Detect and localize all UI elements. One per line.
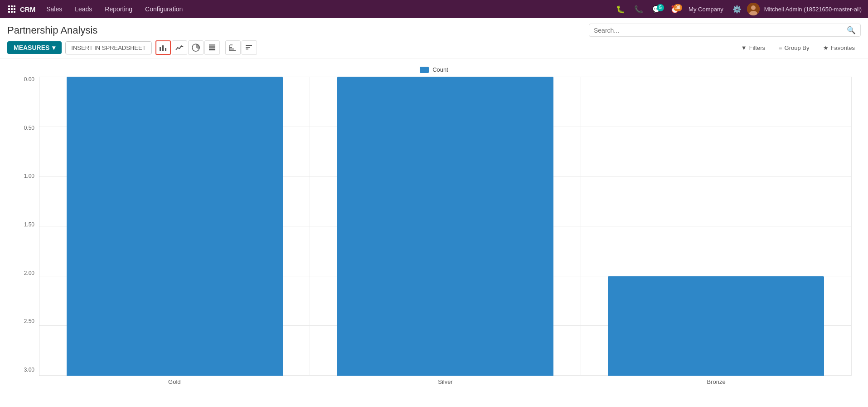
chart-inner: 3.00 2.50 2.00 1.50 1.00 0.50 0.00 — [16, 77, 852, 385]
insert-spreadsheet-button[interactable]: INSERT IN SPREADSHEET — [65, 41, 151, 54]
filters-button[interactable]: ▼ Filters — [735, 41, 771, 54]
grid-icon — [8, 5, 15, 13]
nav-leads[interactable]: Leads — [68, 0, 98, 18]
groupby-icon: ≡ — [779, 44, 782, 51]
page-title: Partnership Analysis — [7, 25, 97, 36]
brand-name: CRM — [20, 5, 35, 13]
debug-icon-btn[interactable]: 🐛 — [612, 3, 629, 15]
x-label-bronze: Bronze — [581, 376, 852, 385]
svg-rect-5 — [165, 48, 166, 51]
nav-right: 🐛 📞 💬 5 ⏰ 38 My Company ⚙️ Mitchell Admi… — [612, 3, 864, 15]
bar-chart-button[interactable] — [155, 40, 171, 55]
nav-sales[interactable]: Sales — [40, 0, 68, 18]
chart-body: Gold Silver Bronze — [39, 77, 852, 385]
chart-col-silver — [310, 77, 581, 376]
toolbar: MEASURES ▾ INSERT IN SPREADSHEET ▼ — [0, 37, 868, 59]
y-label-6: 3.00 — [16, 367, 34, 373]
bar-silver[interactable] — [337, 77, 553, 376]
svg-rect-4 — [162, 45, 164, 51]
user-name[interactable]: Mitchell Admin (18521650-master-all) — [761, 6, 864, 13]
favorites-button[interactable]: ★ Favorites — [817, 41, 861, 54]
company-name[interactable]: My Company — [685, 6, 727, 13]
bar-gold[interactable] — [67, 77, 283, 376]
chart-columns — [39, 77, 852, 376]
y-label-2: 1.00 — [16, 173, 34, 179]
filter-buttons: ▼ Filters ≡ Group By ★ Favorites — [735, 41, 861, 54]
settings-icon-btn[interactable]: ⚙️ — [729, 3, 745, 15]
measures-button[interactable]: MEASURES ▾ — [7, 41, 62, 54]
sort-desc-button[interactable] — [242, 40, 257, 55]
search-bar[interactable]: 🔍 — [589, 24, 861, 37]
chart-col-gold — [39, 77, 310, 376]
nav-configuration[interactable]: Configuration — [139, 0, 189, 18]
page-header: Partnership Analysis 🔍 — [0, 18, 868, 37]
sort-buttons — [225, 40, 257, 55]
messages-icon-btn[interactable]: 💬 5 — [649, 3, 665, 15]
x-label-silver: Silver — [310, 376, 581, 385]
pie-chart-button[interactable] — [188, 40, 204, 55]
filter-icon: ▼ — [741, 44, 747, 51]
sort-asc-button[interactable] — [225, 40, 241, 55]
chart-container: 3.00 2.50 2.00 1.50 1.00 0.50 0.00 — [16, 77, 852, 385]
y-label-5: 2.50 — [16, 319, 34, 324]
svg-rect-17 — [246, 49, 248, 49]
brand-logo[interactable]: CRM — [4, 5, 40, 13]
chart-legend: Count — [7, 66, 861, 73]
star-icon: ★ — [823, 44, 829, 51]
bars-area — [39, 77, 852, 376]
y-label-1: 0.50 — [16, 125, 34, 131]
messages-badge: 5 — [657, 4, 664, 11]
chart-col-bronze — [581, 77, 852, 376]
svg-rect-9 — [209, 44, 215, 46]
svg-rect-12 — [229, 47, 232, 48]
x-label-gold: Gold — [39, 376, 310, 385]
svg-rect-13 — [229, 49, 234, 49]
svg-rect-14 — [229, 50, 236, 51]
y-label-0: 0.00 — [16, 77, 34, 82]
user-avatar[interactable] — [747, 3, 760, 15]
svg-rect-3 — [160, 47, 161, 51]
nav-reporting[interactable]: Reporting — [98, 0, 139, 18]
chart-area: Count 3.00 2.50 2.00 1.50 1.00 0.50 0.00 — [0, 59, 868, 392]
svg-rect-15 — [246, 45, 252, 46]
y-label-3: 1.50 — [16, 222, 34, 227]
x-labels: Gold Silver Bronze — [39, 376, 852, 385]
svg-rect-7 — [209, 49, 215, 50]
line-chart-button[interactable] — [172, 40, 187, 55]
activities-badge: 38 — [674, 4, 682, 11]
legend-color-swatch — [420, 67, 429, 73]
dropdown-arrow-icon: ▾ — [52, 44, 55, 51]
legend-label: Count — [432, 66, 448, 73]
stacked-chart-button[interactable] — [204, 40, 220, 55]
navbar: CRM Sales Leads Reporting Configuration … — [0, 0, 868, 18]
chart-type-buttons — [155, 40, 220, 55]
activities-icon-btn[interactable]: ⏰ 38 — [667, 3, 683, 15]
y-axis: 3.00 2.50 2.00 1.50 1.00 0.50 0.00 — [16, 77, 39, 385]
phone-icon-btn[interactable]: 📞 — [630, 3, 647, 15]
nav-menu: Sales Leads Reporting Configuration — [40, 0, 612, 18]
svg-rect-16 — [246, 47, 250, 48]
svg-rect-8 — [209, 46, 215, 48]
bar-bronze[interactable] — [608, 276, 824, 376]
y-label-4: 2.00 — [16, 270, 34, 276]
groupby-button[interactable]: ≡ Group By — [773, 41, 815, 54]
search-input[interactable] — [594, 27, 847, 34]
search-icon: 🔍 — [847, 26, 856, 34]
svg-point-1 — [751, 5, 756, 10]
